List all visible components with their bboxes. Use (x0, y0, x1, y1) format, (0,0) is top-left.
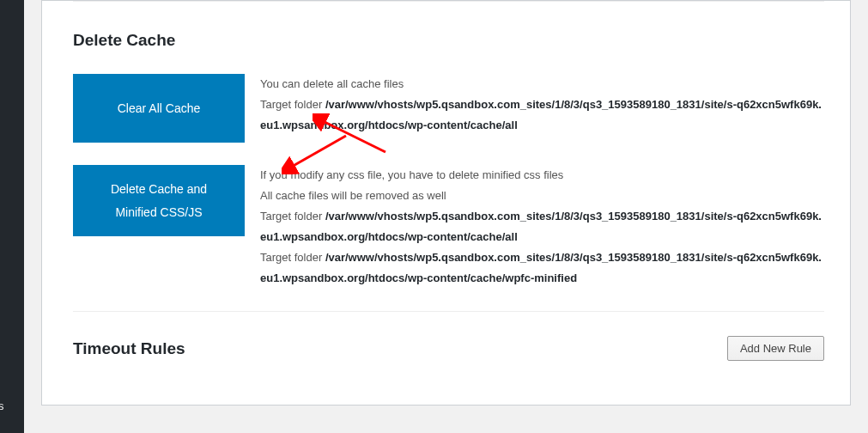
delete-minified-target-line-1: Target folder /var/www/vhosts/wp5.qsandb… (260, 206, 824, 247)
target-folder-label: Target folder (260, 210, 325, 223)
target-folder-path: /var/www/vhosts/wp5.qsandbox.com_sites/1… (260, 210, 822, 243)
delete-cache-heading: Delete Cache (73, 2, 824, 67)
target-folder-label: Target folder (260, 251, 325, 264)
add-new-rule-button[interactable]: Add New Rule (727, 336, 824, 361)
clear-all-intro-text: You can delete all cache files (260, 74, 824, 95)
delete-minified-description: If you modify any css file, you have to … (245, 165, 824, 289)
target-folder-label: Target folder (260, 98, 325, 111)
delete-cache-minified-button[interactable]: Delete Cache and Minified CSS/JS (73, 165, 245, 236)
target-folder-path: /var/www/vhosts/wp5.qsandbox.com_sites/1… (260, 251, 822, 284)
clear-all-cache-button[interactable]: Clear All Cache (73, 74, 245, 143)
timeout-rules-heading: Timeout Rules (73, 339, 185, 358)
clear-all-cache-row: Clear All Cache You can delete all cache… (73, 67, 824, 158)
timeout-rules-row: Timeout Rules Add New Rule (73, 311, 824, 361)
delete-minified-row: Delete Cache and Minified CSS/JS If you … (73, 158, 824, 304)
sidebar-partial-label: s (0, 399, 4, 412)
delete-minified-target-line-2: Target folder /var/www/vhosts/wp5.qsandb… (260, 247, 824, 289)
clear-all-cache-description: You can delete all cache files Target fo… (245, 74, 824, 136)
target-folder-path: /var/www/vhosts/wp5.qsandbox.com_sites/1… (260, 98, 822, 131)
delete-minified-intro2: All cache files will be removed as well (260, 186, 824, 206)
wp-admin-sidebar[interactable]: s (0, 0, 24, 433)
settings-panel: Delete Cache Clear All Cache You can del… (41, 0, 851, 406)
delete-minified-intro1: If you modify any css file, you have to … (260, 165, 824, 186)
clear-all-target-line: Target folder /var/www/vhosts/wp5.qsandb… (260, 95, 824, 136)
main-content-area: Delete Cache Clear All Cache You can del… (24, 0, 868, 433)
